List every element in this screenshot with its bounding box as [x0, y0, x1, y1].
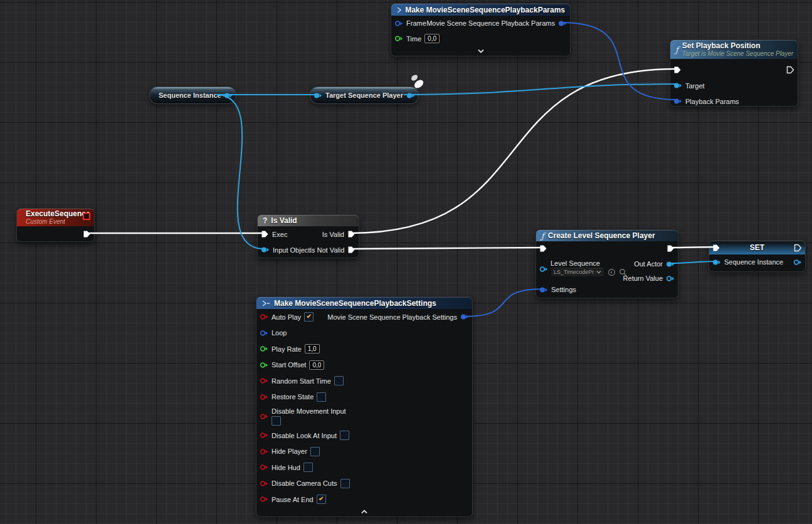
- pin-exec-out[interactable]: [83, 230, 91, 238]
- pin-sequence-instance-out[interactable]: [793, 259, 802, 266]
- node-set-playback-position[interactable]: ƒ Set Playback Position Target is Movie …: [670, 39, 798, 107]
- pin-sequence-player-out[interactable]: [406, 92, 415, 99]
- pin-label-restore-state: Restore State: [272, 393, 314, 401]
- question-icon: ?: [263, 216, 267, 225]
- node-make-playback-params[interactable]: Make MovieSceneSequencePlaybackParams Fr…: [391, 3, 571, 56]
- pin-loop[interactable]: [260, 330, 268, 337]
- blueprint-graph-canvas[interactable]: Make MovieSceneSequencePlaybackParams Fr…: [0, 0, 812, 524]
- pin-exec-in[interactable]: [539, 244, 547, 253]
- node-subtitle: Custom Event: [26, 218, 90, 225]
- hide-player-checkbox[interactable]: [310, 447, 320, 456]
- wire-settings-to-create: [464, 289, 543, 317]
- pin-sequence-instance-in[interactable]: [712, 259, 721, 266]
- pin-label-is-not-valid: Is Not Valid: [310, 246, 344, 254]
- event-delegate-pin[interactable]: [83, 212, 90, 220]
- pin-label-sequence-player: Sequence Player: [348, 92, 403, 99]
- pin-label-pause-at-end: Pause At End: [272, 496, 314, 503]
- pin-auto-play[interactable]: [260, 313, 268, 320]
- node-get-sequence-player[interactable]: Target Sequence Player: [310, 86, 419, 104]
- auto-play-checkbox[interactable]: ✔: [304, 312, 314, 322]
- pin-label-auto-play: Auto Play: [272, 313, 301, 321]
- pin-is-valid-out[interactable]: [347, 230, 356, 238]
- pin-label-settings: Settings: [551, 286, 576, 293]
- pin-exec-in[interactable]: [673, 66, 682, 74]
- pin-exec-in[interactable]: [712, 244, 720, 252]
- pin-start-offset[interactable]: [260, 362, 268, 369]
- pin-hide-hud[interactable]: [260, 464, 268, 471]
- pin-settings-output[interactable]: [460, 313, 469, 320]
- time-value-input[interactable]: 0,0: [424, 34, 440, 43]
- pin-out-actor[interactable]: [666, 261, 675, 268]
- pin-label-start-offset: Start Offset: [272, 361, 306, 369]
- disable-look-at-input-checkbox[interactable]: [340, 431, 349, 440]
- pin-label-out-actor: Out Actor: [634, 260, 663, 268]
- node-execute-sequence-event[interactable]: ExecuteSequence Custom Event: [16, 208, 95, 242]
- node-title: Make MovieSceneSequencePlaybackParams: [405, 6, 565, 14]
- pin-playback-params[interactable]: [673, 98, 682, 105]
- pin-label-return-value: Return Value: [623, 275, 663, 282]
- pin-restore-state[interactable]: [260, 394, 268, 401]
- pin-params-output[interactable]: [558, 20, 567, 27]
- pin-label-hide-player: Hide Player: [272, 448, 307, 455]
- pin-sequence-instance-out[interactable]: [224, 92, 233, 99]
- pin-label-input-object: Input Object: [273, 246, 310, 254]
- pin-exec-in[interactable]: [261, 230, 269, 238]
- pin-target-in[interactable]: [314, 92, 322, 99]
- node-set-sequence-instance[interactable]: SET Sequence Instance: [709, 240, 806, 272]
- pin-label-target: Target: [325, 92, 346, 99]
- pin-pause-at-end[interactable]: [260, 496, 268, 503]
- pin-random-start-time[interactable]: [260, 377, 268, 384]
- pin-play-rate[interactable]: [260, 345, 268, 352]
- node-title: SET: [750, 243, 764, 252]
- variable-label: Sequence Instance: [159, 92, 221, 99]
- pin-label-playback-params: Playback Params: [685, 98, 739, 105]
- node-create-level-sequence-player[interactable]: ƒ Create Level Sequence Player Level Seq…: [535, 229, 678, 298]
- make-struct-icon: [396, 7, 401, 13]
- pin-hide-player[interactable]: [260, 448, 268, 455]
- node-title: Set Playback Position: [682, 42, 794, 50]
- pin-time[interactable]: [394, 35, 403, 42]
- pin-exec-out[interactable]: [786, 66, 794, 74]
- function-icon: ƒ: [675, 46, 678, 54]
- function-icon: ƒ: [541, 232, 544, 240]
- pin-label-loop: Loop: [272, 329, 287, 337]
- pin-frame[interactable]: [394, 20, 403, 27]
- pin-is-not-valid-out[interactable]: [347, 246, 356, 254]
- pin-label-output: Movie Scene Sequence Playback Params: [426, 19, 555, 27]
- pin-disable-movement-input[interactable]: [260, 413, 268, 420]
- pin-label-sequence-instance: Sequence Instance: [724, 258, 783, 266]
- node-title: ExecuteSequence: [26, 210, 90, 218]
- pin-target[interactable]: [673, 82, 682, 89]
- node-title: Create Level Sequence Player: [548, 231, 655, 240]
- collapse-chevron-icon[interactable]: [361, 506, 368, 516]
- play-rate-input[interactable]: 1,0: [305, 344, 320, 354]
- pin-exec-out[interactable]: [667, 244, 675, 253]
- node-get-sequence-instance[interactable]: Sequence Instance: [149, 86, 236, 104]
- disable-camera-cuts-checkbox[interactable]: [340, 479, 350, 488]
- expand-chevron-icon[interactable]: [477, 46, 485, 55]
- wire-exec-isnotvalid-to-create: [351, 248, 542, 249]
- pin-disable-camera-cuts[interactable]: [260, 480, 268, 487]
- pin-label-settings-output: Movie Scene Sequence Playback Settings: [327, 313, 457, 321]
- node-is-valid[interactable]: ? Is Valid Exec Is Valid Input Object Is…: [257, 214, 359, 258]
- start-offset-input[interactable]: 0,0: [309, 360, 324, 370]
- make-struct-icon: [261, 300, 270, 307]
- pin-label-play-rate: Play Rate: [272, 345, 302, 353]
- disable-movement-input-checkbox[interactable]: [272, 416, 281, 426]
- pin-settings[interactable]: [539, 286, 548, 293]
- pin-label-time: Time: [406, 35, 421, 43]
- wire-params-to-playbackparams: [562, 23, 677, 100]
- pin-label-target: Target: [685, 82, 705, 90]
- hide-hud-checkbox[interactable]: [303, 463, 313, 472]
- pause-at-end-checkbox[interactable]: ✔: [317, 495, 326, 504]
- node-title: Is Valid: [271, 216, 297, 225]
- random-start-time-checkbox[interactable]: [334, 376, 344, 385]
- node-make-playback-settings[interactable]: Make MovieSceneSequencePlaybackSettings …: [256, 296, 473, 517]
- pin-label-disable-camera-cuts: Disable Camera Cuts: [272, 479, 337, 487]
- pin-return-value[interactable]: [666, 275, 675, 282]
- restore-state-checkbox[interactable]: [317, 392, 326, 402]
- pin-disable-look-at-input[interactable]: [260, 432, 268, 439]
- pin-input-object[interactable]: [261, 246, 270, 253]
- pin-label-disable-movement-input: Disable Movement Input: [272, 407, 346, 415]
- pin-exec-out[interactable]: [794, 244, 802, 252]
